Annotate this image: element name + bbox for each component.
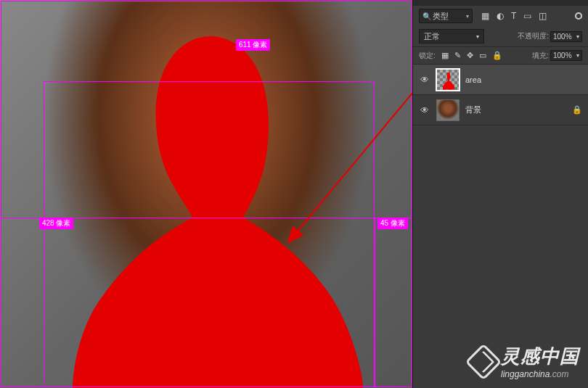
filter-adjustment-icon[interactable]: ◐: [497, 11, 504, 21]
search-icon: 🔍: [422, 12, 431, 20]
filter-toggle[interactable]: [575, 12, 582, 20]
layer-row[interactable]: 👁 area: [413, 65, 588, 95]
chevron-down-icon: ▾: [476, 33, 479, 40]
opacity-value: 100%: [553, 33, 572, 41]
lock-row: 锁定: ▦ ✎ ✥ ▭ 🔒 填充: 100% ▾: [413, 47, 588, 65]
fill-input[interactable]: 100% ▾: [550, 50, 582, 61]
layer-filter-row: 🔍 类型 ▾ ▦ ◐ T ▭ ◫: [413, 6, 588, 26]
measure-label-right: 45 像素: [377, 218, 408, 229]
canvas-content: 611 像素 428 像素 45 像素: [0, 0, 412, 388]
lock-icon: 🔒: [572, 105, 582, 115]
chevron-down-icon: ▾: [576, 52, 579, 59]
chevron-down-icon: ▾: [576, 33, 579, 40]
layer-filter-icons: ▦ ◐ T ▭ ◫: [481, 11, 547, 21]
layer-thumbnail[interactable]: [436, 69, 460, 91]
blend-mode-dropdown[interactable]: 正常 ▾: [419, 29, 484, 44]
visibility-toggle-icon[interactable]: 👁: [419, 105, 430, 115]
lock-artboard-icon[interactable]: ▭: [479, 51, 486, 60]
measure-label-top: 611 像素: [236, 39, 270, 51]
layer-name[interactable]: area: [465, 75, 481, 84]
layers-panel: 🔍 类型 ▾ ▦ ◐ T ▭ ◫ 正常 ▾ 不透明度: 100% ▾ 锁定: ▦: [412, 0, 588, 388]
filter-type-label: 类型: [433, 11, 449, 22]
layer-filter-dropdown[interactable]: 🔍 类型 ▾: [419, 9, 473, 23]
visibility-toggle-icon[interactable]: 👁: [419, 75, 430, 85]
red-fill-shape: [65, 29, 370, 388]
canvas-area[interactable]: 611 像素 428 像素 45 像素: [0, 0, 412, 388]
lock-label: 锁定:: [419, 51, 436, 61]
blend-mode-value: 正常: [424, 31, 440, 42]
filter-text-icon[interactable]: T: [511, 11, 516, 21]
filter-smart-icon[interactable]: ◫: [539, 11, 547, 21]
layer-row[interactable]: 👁 背景 🔒: [413, 95, 588, 125]
opacity-input[interactable]: 100% ▾: [550, 31, 582, 42]
measure-label-left: 428 像素: [39, 218, 73, 229]
blend-mode-row: 正常 ▾ 不透明度: 100% ▾: [413, 26, 588, 47]
layer-thumbnail[interactable]: [436, 99, 460, 121]
thumb-photo: [437, 100, 459, 120]
filter-pixel-icon[interactable]: ▦: [481, 11, 489, 21]
filter-shape-icon[interactable]: ▭: [523, 11, 531, 21]
layers-list: 👁 area 👁 背景 🔒: [413, 65, 588, 125]
fill-label: 填充:: [532, 51, 549, 61]
layer-name[interactable]: 背景: [465, 104, 481, 115]
panel-tab-bar[interactable]: [413, 0, 588, 6]
lock-transparency-icon[interactable]: ▦: [441, 51, 449, 60]
lock-all-icon[interactable]: 🔒: [492, 51, 502, 60]
opacity-label: 不透明度:: [518, 31, 549, 41]
lock-position-icon[interactable]: ✥: [467, 51, 473, 60]
thumb-red-shape: [443, 73, 454, 90]
lock-image-icon[interactable]: ✎: [454, 51, 461, 60]
fill-value: 100%: [553, 51, 572, 59]
chevron-down-icon: ▾: [466, 13, 469, 20]
